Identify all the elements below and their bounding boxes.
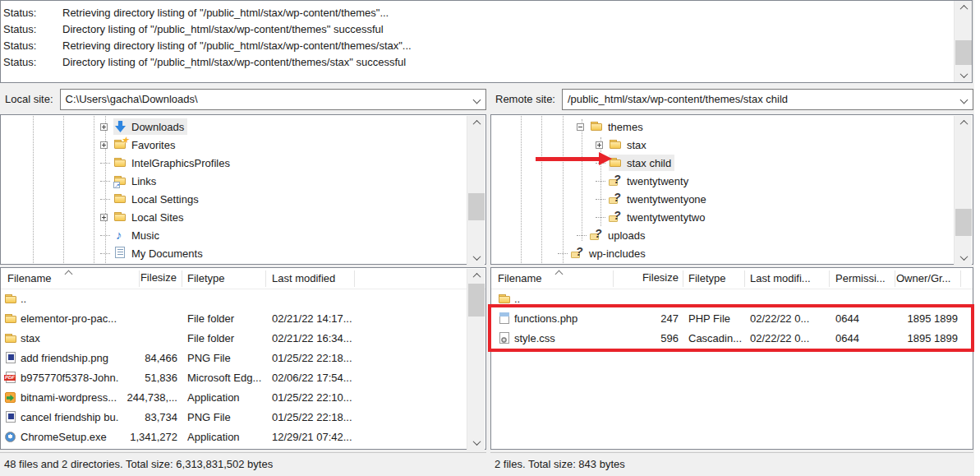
tree-item-uploads[interactable]: ?uploads <box>492 226 972 244</box>
cell-modified <box>272 289 362 309</box>
tree-item-twentytwenty[interactable]: ?twentytwenty <box>492 172 972 190</box>
arrow-head <box>599 152 612 165</box>
file-row-elementor-pro-pac[interactable]: elementor-pro-pac...File folder02/21/22 … <box>1 309 485 329</box>
tree-item-core[interactable]: ?uploads <box>590 227 649 243</box>
column-header-last-modified[interactable]: Last modified <box>272 271 362 286</box>
cell-size: 83,734 <box>99 408 177 427</box>
tree-item-partial[interactable]: ? <box>492 262 972 263</box>
tree-item-label: wp-includes <box>589 247 646 260</box>
column-divider[interactable] <box>683 270 683 287</box>
column-divider[interactable] <box>960 270 961 287</box>
cell-size <box>99 289 177 309</box>
expand-plus-icon[interactable] <box>100 123 108 131</box>
tree-item-themes[interactable]: themes <box>492 118 972 136</box>
doc-icon <box>113 247 127 260</box>
column-divider[interactable] <box>139 270 140 287</box>
column-header-filename[interactable]: Filename <box>498 271 605 286</box>
log-scrollbar[interactable] <box>954 1 972 82</box>
status-label: Status: <box>3 38 62 54</box>
folder-q-icon: ? <box>609 192 623 206</box>
file-row-bitnami-wordpress[interactable]: bitnami-wordpress...244,738,...Applicati… <box>1 388 485 408</box>
tree-item-local-sites[interactable]: Local Sites <box>2 208 485 226</box>
scroll-down-button[interactable] <box>955 68 973 82</box>
tree-item-music[interactable]: ♪Music <box>2 226 485 244</box>
remote-tree: themesstaxstax child?twentytwenty?twenty… <box>492 116 972 263</box>
tree-item-core[interactable]: ↗Links <box>113 173 159 189</box>
scroll-down-button[interactable] <box>467 436 485 450</box>
scroll-up-button[interactable] <box>955 1 973 15</box>
tree-item-downloads[interactable]: Downloads <box>2 118 485 136</box>
column-divider[interactable] <box>182 270 182 287</box>
message-log-panel: Status:Retrieving directory listing of "… <box>0 0 973 83</box>
file-row-partial[interactable]: .. <box>1 289 485 309</box>
tree-item-core[interactable]: Downloads <box>113 118 187 135</box>
tree-item-core[interactable]: My Documents <box>113 245 206 261</box>
tree-item-twentytwentyone[interactable]: ?twentytwentyone <box>492 190 972 208</box>
tree-item-core[interactable]: ★Favorites <box>113 136 178 153</box>
file-row-chromesetup-exe[interactable]: ChromeSetup.exe1,341,272Application12/29… <box>1 427 485 447</box>
tree-item-my-documents[interactable]: My Documents <box>2 244 485 262</box>
scroll-up-button[interactable] <box>467 269 485 283</box>
column-header-filesize[interactable]: Filesize <box>614 268 679 288</box>
scroll-thumb[interactable] <box>468 284 485 317</box>
column-divider[interactable] <box>265 270 266 287</box>
tree-item-core[interactable]: ?wp-includes <box>571 245 649 261</box>
scroll-thumb[interactable] <box>955 40 972 65</box>
cell-type <box>187 289 266 309</box>
tree-item-core[interactable]: stax <box>609 136 650 153</box>
column-header-filename[interactable]: Filename <box>7 271 114 286</box>
tree-item-twentytwentytwo[interactable]: ?twentytwentytwo <box>492 208 972 226</box>
column-header-filesize[interactable]: Filesize <box>119 268 177 288</box>
file-row-cancel-friendship-bu[interactable]: cancel friendship bu...83,734PNG File01/… <box>1 408 485 427</box>
tree-item-links[interactable]: ↗Links <box>2 172 485 190</box>
local-status-bar: 48 files and 2 directories. Total size: … <box>0 452 486 476</box>
tree-item-core[interactable]: ♪Music <box>113 227 163 243</box>
status-log-line: Status:Directory listing of "/public_htm… <box>3 21 950 38</box>
status-message: Retrieving directory listing of "/public… <box>62 5 389 21</box>
folder-icon <box>113 192 127 206</box>
local-site-combo[interactable]: C:\Users\gacha\Downloads\ <box>60 89 486 110</box>
tree-item-core[interactable]: themes <box>590 118 646 135</box>
cell-size <box>99 309 177 329</box>
tree-item-core[interactable]: ?twentytwenty <box>609 173 692 189</box>
tree-item-core[interactable]: stax child <box>609 155 674 171</box>
column-divider[interactable] <box>613 270 614 287</box>
tree-item-favorites[interactable]: ★Favorites <box>2 136 485 154</box>
column-divider[interactable] <box>829 270 830 287</box>
tree-item-stax[interactable]: stax <box>492 136 972 154</box>
collapse-minus-icon[interactable] <box>577 123 584 131</box>
chevron-down-icon[interactable] <box>473 95 481 104</box>
status-log-line: Status:Directory listing of "/public_htm… <box>3 54 950 71</box>
tree-item-intelgraphicsprofiles[interactable]: IntelGraphicsProfiles <box>2 154 485 172</box>
tree-item-local-settings[interactable]: Local Settings <box>2 190 485 208</box>
tree-guide-stub <box>100 235 110 236</box>
remote-site-path: /public_html/stax/wp-content/themes/stax… <box>568 93 788 105</box>
column-header-filetype[interactable]: Filetype <box>688 271 741 286</box>
remote-site-combo[interactable]: /public_html/stax/wp-content/themes/stax… <box>562 89 973 110</box>
tree-item-core[interactable]: ?twentytwentytwo <box>609 209 708 225</box>
cell-size: 84,466 <box>99 349 177 368</box>
column-header-owner-gr[interactable]: Owner/Gr... <box>896 271 957 286</box>
chevron-down-icon[interactable] <box>960 95 968 104</box>
file-row-add-friendship-png[interactable]: add friendship.png84,466PNG File01/25/22… <box>1 349 485 368</box>
tree-item-core[interactable]: Local Sites <box>113 209 187 225</box>
local-list-scrollbar[interactable] <box>467 269 485 450</box>
tree-item-core[interactable]: Local Settings <box>113 191 202 207</box>
column-header-filetype[interactable]: Filetype <box>187 271 265 286</box>
chrome-icon <box>4 431 18 444</box>
file-row-stax[interactable]: staxFile folder02/21/22 16:34... <box>1 329 485 349</box>
column-divider[interactable] <box>354 270 355 287</box>
tree-item-core[interactable]: IntelGraphicsProfiles <box>113 155 233 171</box>
local-file-list-panel: FilenameFilesizeFiletypeLast modified ..… <box>0 267 486 450</box>
tree-item-partial[interactable] <box>2 262 485 263</box>
file-row-b975770f5378-john[interactable]: PDFb975770f5378-John...51,836Microsoft E… <box>1 368 485 388</box>
expand-plus-icon[interactable] <box>100 214 108 221</box>
column-header-permissi[interactable]: Permissi... <box>835 271 891 286</box>
column-divider[interactable] <box>744 270 745 287</box>
column-divider[interactable] <box>895 270 895 287</box>
expand-plus-icon[interactable] <box>100 141 108 149</box>
expand-plus-icon[interactable] <box>596 141 603 149</box>
tree-item-core[interactable]: ?twentytwentyone <box>609 191 710 207</box>
column-header-last-modifi[interactable]: Last modifi... <box>750 271 826 286</box>
tree-item-wp-includes[interactable]: ?wp-includes <box>492 244 972 262</box>
